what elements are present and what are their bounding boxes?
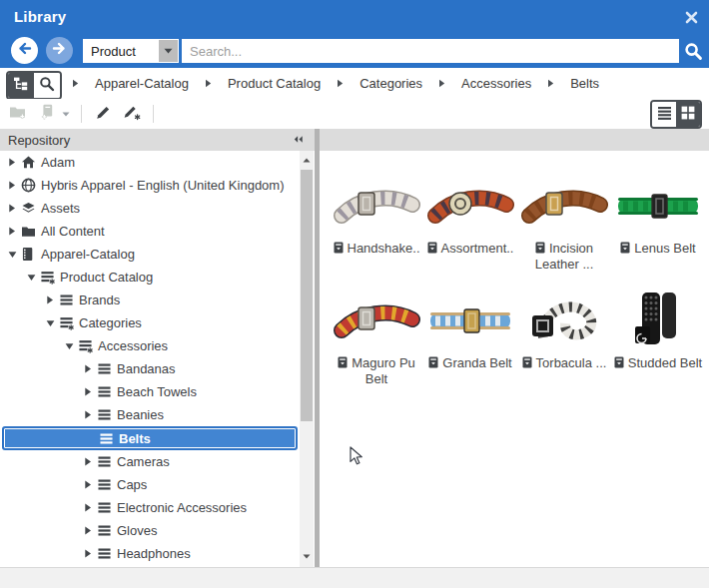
grid-view-button[interactable] [676,102,700,127]
search-type-select[interactable]: Product [83,39,179,63]
product-label: Lenus Belt [612,241,704,257]
edit-new-button[interactable] [122,103,142,125]
expand-arrow-icon[interactable] [84,480,97,489]
close-icon[interactable] [682,8,700,26]
product-icon [338,356,348,371]
collapse-arrow-icon[interactable] [27,274,40,282]
tree-item-bandanas[interactable]: Bandanas [0,357,300,380]
tree-item-assets[interactable]: Assets [0,197,300,220]
search-input[interactable] [182,39,679,63]
toolbar-separator [153,105,154,123]
window-title: Library [14,8,66,25]
add-folder-button [8,103,28,125]
product-name: Lenus Belt [634,241,695,256]
product-thumbnail [332,176,421,236]
product-tile-lenus-belt[interactable]: Lenus Belt [611,168,705,283]
tree-item-brands[interactable]: Brands [0,289,300,311]
tree-scrollbar[interactable] [300,151,314,567]
product-name: Assortment.. [441,241,514,256]
expand-arrow-icon[interactable] [8,158,21,167]
tree-item-electronic-accessories[interactable]: Electronic Accessories [0,496,300,519]
product-tile-maguro-pu-belt[interactable]: Maguro Pu Belt [330,283,423,397]
tree-item-categories[interactable]: Categories [0,311,300,334]
tree-item-apparel-catalog[interactable]: Apparel-Catalog [0,243,300,266]
tree-mode-button[interactable] [8,73,34,98]
expand-arrow-icon[interactable] [84,503,97,512]
panel-divider[interactable] [315,129,320,567]
product-label: Assortment.. [424,241,516,257]
tree-item-headphones[interactable]: Headphones [0,542,300,565]
collapse-arrow-icon[interactable] [8,251,21,259]
tree-item-cameras[interactable]: Cameras [0,450,300,473]
product-tile-handshake[interactable]: Handshake.. [330,168,423,283]
product-tile-torbacula[interactable]: Torbacula ... [517,283,611,397]
forward-button[interactable] [46,37,73,64]
collapse-arrow-icon[interactable] [65,342,78,350]
edit-new-icon [123,104,141,125]
list-view-button[interactable] [652,102,676,127]
expand-arrow-icon[interactable] [84,410,97,419]
expand-arrow-icon[interactable] [8,181,21,190]
tree-item-label: Bandanas [117,361,176,376]
edit-button[interactable] [93,103,113,125]
tree-item-belts[interactable]: Belts [2,426,298,450]
product-tile-granda-belt[interactable]: Granda Belt [423,283,517,397]
expand-arrow-icon[interactable] [8,227,21,236]
product-label: Incision Leather ... [518,241,610,272]
product-tile-assortment[interactable]: Assortment.. [423,168,517,283]
chevron-down-icon[interactable] [159,40,178,62]
expand-arrow-icon[interactable] [84,387,97,396]
category-icon [99,432,118,445]
product-name: Maguro Pu Belt [352,355,415,386]
folder-icon [21,225,40,238]
breadcrumb-separator-icon [547,79,554,88]
tree-item-gloves[interactable]: Gloves [0,519,300,542]
product-icon [535,242,545,257]
search-mode-button[interactable] [34,73,60,98]
catalog-icon [21,247,40,262]
product-label: Studded Belt [612,355,704,371]
product-tile-studded-belt[interactable]: Studded Belt [611,283,705,397]
breadcrumb-item-product-catalog[interactable]: Product Catalog [228,76,321,91]
product-label: Maguro Pu Belt [331,355,422,386]
scroll-up-icon[interactable] [300,153,314,167]
expand-arrow-icon[interactable] [84,364,97,373]
tree-item-label: Gloves [117,523,157,538]
scroll-down-icon[interactable] [300,549,314,563]
tree-item-hybris-apparel-english-united-kingdom[interactable]: Hybris Apparel - English (United Kingdom… [0,174,300,197]
breadcrumb-separator-icon [438,79,445,88]
chevron-down-icon [62,112,70,117]
product-name: Granda Belt [442,355,511,370]
expand-arrow-icon[interactable] [8,204,21,213]
tree-item-label: Hybris Apparel - English (United Kingdom… [41,178,285,193]
expand-arrow-icon[interactable] [46,295,59,304]
breadcrumb-item-apparel-catalog[interactable]: Apparel-Catalog [95,76,189,91]
expand-arrow-icon[interactable] [84,526,97,535]
tree-item-product-catalog[interactable]: Product Catalog [0,266,300,289]
expand-arrow-icon[interactable] [84,457,97,466]
collapse-panel-icon[interactable] [292,133,305,146]
tree-item-accessories[interactable]: Accessories [0,334,300,357]
breadcrumb-item-belts[interactable]: Belts [570,76,599,91]
toolbar-separator [81,105,82,123]
breadcrumb-item-categories[interactable]: Categories [359,76,422,91]
tree-item-adam[interactable]: Adam [0,151,300,174]
product-label: Torbacula ... [518,355,610,371]
product-icon [620,242,630,257]
tree-item-label: Beanies [117,407,164,422]
search-icon[interactable] [682,40,704,62]
tree-item-all-content[interactable]: All Content [0,220,300,243]
scrollbar-thumb[interactable] [301,170,313,421]
product-thumbnail [332,291,421,350]
collapse-arrow-icon[interactable] [46,319,59,327]
title-bar: Library [0,0,709,33]
breadcrumb-item-accessories[interactable]: Accessories [461,76,531,91]
product-tile-incision-leather[interactable]: Incision Leather ... [517,168,611,283]
breadcrumb-row: Apparel-CatalogProduct CatalogCategories… [0,68,709,99]
back-button[interactable] [11,37,38,64]
category-star-icon [40,271,59,285]
tree-item-beach-towels[interactable]: Beach Towels [0,380,300,403]
tree-item-caps[interactable]: Caps [0,473,300,496]
expand-arrow-icon[interactable] [84,549,97,558]
tree-item-beanies[interactable]: Beanies [0,403,300,426]
